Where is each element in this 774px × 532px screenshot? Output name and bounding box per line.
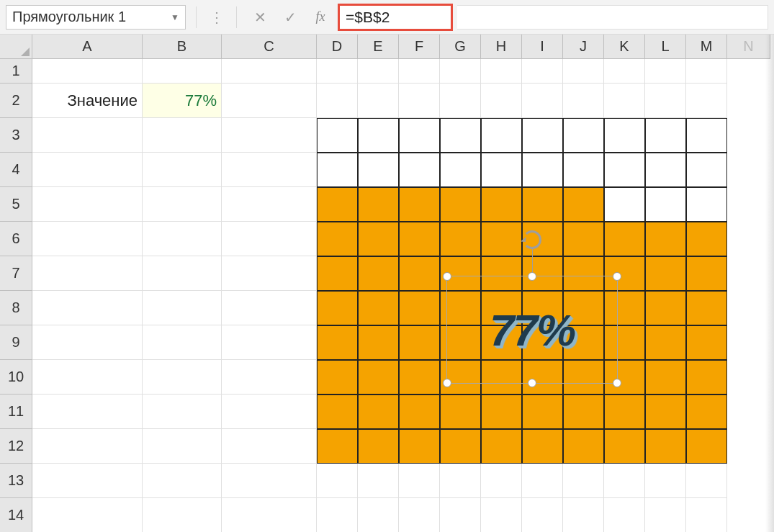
waffle-cell[interactable] (317, 222, 358, 256)
cell[interactable] (645, 464, 686, 498)
column-header-M[interactable]: M (686, 35, 727, 59)
waffle-cell[interactable] (522, 153, 563, 187)
cell[interactable] (686, 464, 727, 498)
cell[interactable] (32, 291, 143, 325)
cell[interactable] (604, 59, 645, 84)
waffle-cell[interactable] (645, 222, 686, 256)
waffle-cell[interactable] (686, 291, 727, 325)
column-header-E[interactable]: E (358, 35, 399, 59)
cell[interactable] (143, 291, 222, 325)
cell[interactable] (143, 118, 222, 153)
row-header-14[interactable]: 14 (0, 498, 32, 532)
cell[interactable] (317, 464, 358, 498)
waffle-cell[interactable] (399, 187, 440, 222)
waffle-cell[interactable] (358, 360, 399, 395)
waffle-cell[interactable] (440, 429, 481, 464)
waffle-cell[interactable] (317, 256, 358, 291)
cell[interactable] (399, 84, 440, 118)
row-header-7[interactable]: 7 (0, 256, 32, 291)
waffle-cell[interactable] (522, 429, 563, 464)
waffle-cell[interactable] (317, 360, 358, 395)
row-header-2[interactable]: 2 (0, 84, 32, 118)
cell[interactable] (32, 360, 143, 395)
resize-handle-ne[interactable] (613, 272, 621, 281)
formula-input[interactable]: =$B$2 (338, 4, 453, 31)
row-header-13[interactable]: 13 (0, 464, 32, 498)
cell[interactable] (32, 153, 143, 187)
cell[interactable] (522, 59, 563, 84)
waffle-cell[interactable] (563, 222, 604, 256)
column-header-L[interactable]: L (645, 35, 686, 59)
cell[interactable] (645, 59, 686, 84)
cell[interactable] (32, 429, 143, 464)
waffle-cell[interactable] (563, 395, 604, 429)
row-header-10[interactable]: 10 (0, 360, 32, 395)
column-header-K[interactable]: K (604, 35, 645, 59)
cell[interactable] (143, 256, 222, 291)
column-header-G[interactable]: G (440, 35, 481, 59)
waffle-cell[interactable] (645, 325, 686, 360)
cell[interactable] (481, 498, 522, 532)
cell[interactable] (440, 59, 481, 84)
cell[interactable] (522, 498, 563, 532)
waffle-cell[interactable] (604, 429, 645, 464)
cell[interactable] (522, 84, 563, 118)
column-header-I[interactable]: I (522, 35, 563, 59)
waffle-cell[interactable] (358, 222, 399, 256)
cell[interactable] (222, 222, 317, 256)
waffle-cell[interactable] (522, 118, 563, 153)
waffle-cell[interactable] (440, 118, 481, 153)
waffle-cell[interactable] (399, 291, 440, 325)
cell[interactable] (563, 59, 604, 84)
waffle-cell[interactable] (604, 153, 645, 187)
column-header-H[interactable]: H (481, 35, 522, 59)
select-all-button[interactable] (0, 35, 32, 59)
waffle-cell[interactable] (481, 222, 522, 256)
cell[interactable] (563, 84, 604, 118)
waffle-cell[interactable] (686, 222, 727, 256)
waffle-cell[interactable] (399, 256, 440, 291)
cell[interactable] (563, 498, 604, 532)
waffle-cell[interactable] (563, 429, 604, 464)
cell[interactable] (222, 360, 317, 395)
cell[interactable] (222, 153, 317, 187)
resize-handle-s[interactable] (528, 379, 536, 387)
waffle-cell[interactable] (317, 395, 358, 429)
cell[interactable] (222, 187, 317, 222)
column-header-C[interactable]: C (222, 35, 317, 59)
waffle-cell[interactable] (317, 118, 358, 153)
cell[interactable] (143, 360, 222, 395)
chevron-down-icon[interactable]: ▼ (171, 12, 179, 22)
waffle-cell[interactable] (686, 429, 727, 464)
column-header-A[interactable]: A (32, 35, 143, 59)
cell[interactable] (358, 464, 399, 498)
cell[interactable] (32, 498, 143, 532)
cell[interactable] (143, 429, 222, 464)
waffle-cell[interactable] (399, 395, 440, 429)
cell[interactable] (481, 84, 522, 118)
waffle-cell[interactable] (645, 360, 686, 395)
waffle-cell[interactable] (358, 187, 399, 222)
waffle-cell[interactable] (481, 395, 522, 429)
more-icon[interactable]: ⋮ (207, 9, 226, 26)
row-header-5[interactable]: 5 (0, 187, 32, 222)
column-header-F[interactable]: F (399, 35, 440, 59)
cell[interactable] (222, 84, 317, 118)
waffle-cell[interactable] (440, 395, 481, 429)
waffle-cell[interactable] (563, 153, 604, 187)
cell[interactable] (222, 429, 317, 464)
waffle-cell[interactable] (604, 187, 645, 222)
waffle-cell[interactable] (604, 118, 645, 153)
waffle-cell[interactable] (399, 325, 440, 360)
cell[interactable] (143, 325, 222, 360)
cell[interactable] (358, 59, 399, 84)
waffle-cell[interactable] (563, 118, 604, 153)
waffle-cell[interactable] (317, 153, 358, 187)
cell[interactable] (317, 59, 358, 84)
cell-B2[interactable]: 77% (143, 84, 222, 118)
resize-handle-sw[interactable] (443, 379, 451, 387)
waffle-cell[interactable] (399, 153, 440, 187)
row-header-6[interactable]: 6 (0, 222, 32, 256)
row-header-1[interactable]: 1 (0, 59, 32, 84)
waffle-cell[interactable] (686, 325, 727, 360)
